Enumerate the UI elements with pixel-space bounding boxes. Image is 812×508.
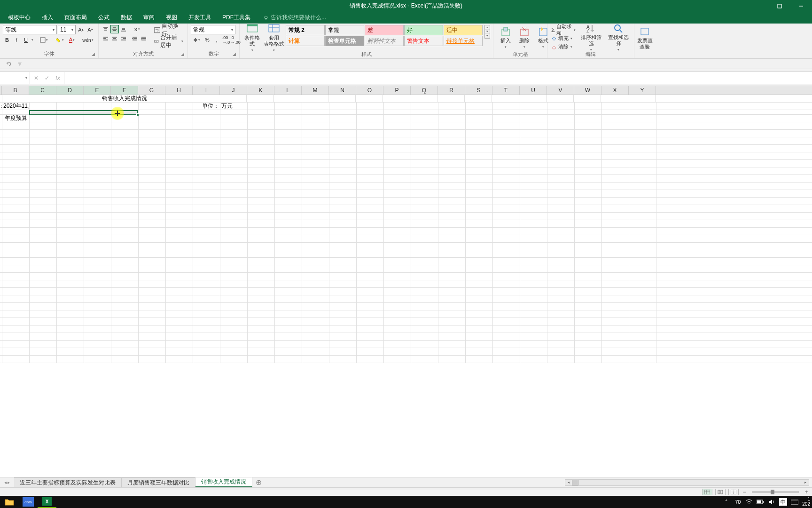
grid-row-empty[interactable] <box>0 356 812 363</box>
align-middle-icon[interactable] <box>110 25 119 33</box>
scroll-right-icon[interactable]: ▸ <box>802 480 809 485</box>
orientation-button[interactable]: ⤭▾ <box>131 25 143 33</box>
bold-button[interactable]: B <box>3 36 11 44</box>
style-normal2[interactable]: 常规 2 <box>286 25 325 35</box>
battery-level[interactable]: 70 <box>734 498 742 506</box>
name-box[interactable]: ▾ <box>0 72 30 84</box>
grid-row-empty[interactable] <box>0 273 812 280</box>
style-bad[interactable]: 差 <box>365 25 404 35</box>
menu-insert[interactable]: 插入 <box>36 12 59 24</box>
menu-page-layout[interactable]: 页面布局 <box>59 12 93 24</box>
grid-row-empty[interactable] <box>0 228 812 235</box>
style-neutral[interactable]: 适中 <box>444 25 483 35</box>
col-header-X[interactable]: X <box>601 86 629 95</box>
fill-color-button[interactable]: ▾ <box>54 36 65 44</box>
col-header-O[interactable]: O <box>356 86 383 95</box>
grid-row-empty[interactable] <box>0 318 812 325</box>
invoice-check-button[interactable]: 发票查 查验 <box>637 25 652 51</box>
page-layout-view-button[interactable] <box>715 489 726 495</box>
ribbon-display-options[interactable] <box>769 0 790 12</box>
tray-chevron-icon[interactable]: ˄ <box>723 498 730 506</box>
fill-button[interactable]: 填充▾ <box>550 34 577 42</box>
menu-review[interactable]: 审阅 <box>138 12 160 24</box>
grid-row-empty[interactable] <box>0 198 812 205</box>
number-format-combo[interactable]: 常规▾ <box>191 25 235 34</box>
grid-row-empty[interactable] <box>0 243 812 250</box>
grid-row-empty[interactable] <box>0 175 812 183</box>
col-header-M[interactable]: M <box>302 86 329 95</box>
align-bottom-icon[interactable] <box>119 25 128 33</box>
phonetic-button[interactable]: wén▾ <box>82 36 94 44</box>
col-header-G[interactable]: G <box>138 86 165 95</box>
grid-row-2[interactable]: 日期： 2020年11月 单位： 万元 <box>0 103 812 110</box>
grid-row-empty[interactable] <box>0 145 812 152</box>
font-name-combo[interactable]: 等线▾ <box>3 25 57 34</box>
grid-row-empty[interactable] <box>0 167 812 175</box>
style-good[interactable]: 好 <box>404 25 443 35</box>
grid-row-1[interactable]: 销售收入完成情况 <box>0 95 812 103</box>
grid-row-empty[interactable] <box>0 235 812 243</box>
file-explorer-icon[interactable] <box>0 496 19 508</box>
page-break-view-button[interactable] <box>728 489 739 495</box>
menu-data[interactable]: 数据 <box>115 12 138 24</box>
col-header-H[interactable]: H <box>165 86 193 95</box>
align-left-icon[interactable] <box>102 34 110 43</box>
grid-row-empty[interactable] <box>0 130 812 137</box>
cell-budget-label[interactable]: 年度预算 <box>2 115 30 122</box>
comma-button[interactable]: , <box>212 36 221 44</box>
grid-row-empty[interactable] <box>0 325 812 333</box>
cell-unit-label[interactable]: 单位： <box>193 103 220 110</box>
normal-view-button[interactable] <box>702 489 712 495</box>
menu-formulas[interactable]: 公式 <box>93 12 115 24</box>
grid-row-empty[interactable] <box>0 122 812 130</box>
cell-styles-gallery[interactable]: 常规 2 常规 差 好 适中 计算 检查单元格 解释性文本 警告文本 链接单元格 <box>286 25 483 46</box>
cell-unit-value[interactable]: 万元 <box>220 103 248 110</box>
border-button[interactable]: ▾ <box>38 36 49 44</box>
formula-input[interactable] <box>64 72 812 84</box>
sheet-tab-0[interactable]: 近三年主要指标预算及实际发生对比表 <box>14 477 122 487</box>
wifi-icon[interactable] <box>745 498 753 506</box>
underline-button[interactable]: U <box>22 36 30 44</box>
col-header-U[interactable]: U <box>520 86 547 95</box>
col-header-D[interactable]: D <box>56 86 84 95</box>
insert-cells-button[interactable]: 插入▾ <box>496 25 515 51</box>
grid-row-empty[interactable] <box>0 258 812 265</box>
decrease-font-icon[interactable]: A▾ <box>86 25 94 34</box>
conditional-formatting-button[interactable]: 条件格式▾ <box>242 25 262 51</box>
alignment-dialog-launcher[interactable]: ◢ <box>181 52 187 57</box>
col-header-I[interactable]: I <box>193 86 220 95</box>
col-header-C[interactable]: C <box>29 86 56 95</box>
grid-row-empty[interactable] <box>0 280 812 288</box>
grid-row-empty[interactable] <box>0 205 812 213</box>
grid-row-empty[interactable] <box>0 220 812 228</box>
increase-decimal-button[interactable]: .00→.0 <box>222 36 230 44</box>
zoom-out-button[interactable]: − <box>742 489 747 495</box>
accounting-format-button[interactable]: ❖▾ <box>191 36 202 44</box>
style-calculation[interactable]: 计算 <box>286 36 325 46</box>
scroll-left-icon[interactable]: ◂ <box>565 480 572 485</box>
font-color-button[interactable]: A▾ <box>66 36 78 44</box>
grid-row-empty[interactable] <box>0 190 812 198</box>
scroll-thumb[interactable] <box>572 480 578 485</box>
style-warning[interactable]: 警告文本 <box>404 36 443 46</box>
undo-button[interactable] <box>4 60 13 68</box>
grid-row-empty[interactable] <box>0 265 812 273</box>
font-size-combo[interactable]: 11▾ <box>58 25 76 34</box>
delete-cells-button[interactable]: 删除▾ <box>515 25 534 51</box>
spreadsheet-grid[interactable]: B C D E F G H I J K L M N O P Q R S T U … <box>0 86 812 368</box>
volume-icon[interactable] <box>768 498 775 506</box>
col-header-E[interactable]: E <box>84 86 111 95</box>
col-header-Q[interactable]: Q <box>411 86 438 95</box>
number-dialog-launcher[interactable]: ◢ <box>233 52 238 57</box>
sheet-nav-buttons[interactable]: ◂ ▸ <box>0 477 14 487</box>
grid-row-empty[interactable] <box>0 137 812 145</box>
menu-template-center[interactable]: 模板中心 <box>2 12 36 24</box>
grid-row-empty[interactable] <box>0 250 812 258</box>
col-header-L[interactable]: L <box>274 86 302 95</box>
increase-font-icon[interactable]: A▴ <box>77 25 85 34</box>
style-normal[interactable]: 常规 <box>325 25 364 35</box>
grid-row-empty[interactable] <box>0 333 812 341</box>
col-header-J[interactable]: J <box>220 86 247 95</box>
grid-row-empty[interactable] <box>0 288 812 295</box>
align-right-icon[interactable] <box>119 34 128 43</box>
